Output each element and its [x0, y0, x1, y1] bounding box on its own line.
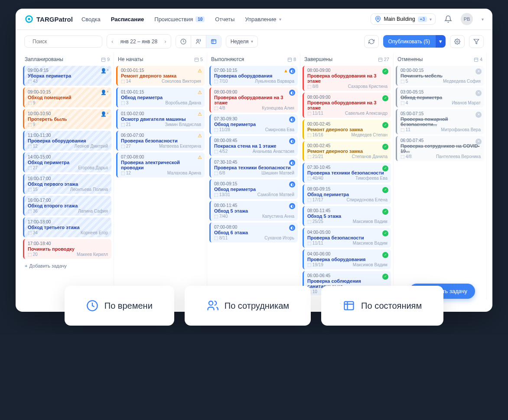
search-box[interactable]	[24, 36, 102, 48]
card-time: 11:00-11:30	[28, 133, 108, 138]
mode-card-time[interactable]: По времени	[65, 286, 174, 326]
task-card[interactable]: 07:00-08:00 Обход 6 этажа ⬚ 8/11 Суханов…	[209, 223, 298, 242]
task-card[interactable]: 07:30-09:30 Обход периметра ⬚ 11/28 Смир…	[209, 114, 298, 134]
nav-incidents[interactable]: Происшествия10	[154, 16, 205, 23]
check-icon: ✓	[382, 230, 388, 236]
period-selector[interactable]: Неделя ▾	[226, 36, 258, 48]
add-task-button[interactable]: +Добавить задачу	[23, 261, 111, 271]
card-title: Проверка оборудования на 3 этаже	[307, 100, 388, 110]
view-status-button[interactable]	[206, 36, 221, 48]
column-title: Не начаты	[118, 56, 143, 62]
task-card[interactable]: 08:00-09:00 Проверка оборудования на 3 э…	[303, 66, 391, 91]
card-time: 07:00-08:00	[121, 155, 201, 159]
add-task-label: Добавить задачу	[29, 263, 66, 268]
task-card[interactable]: 03:00-05:15 Обход периметра ⬚ 4 Иванов М…	[396, 87, 484, 107]
task-card[interactable]: 06:00-07:00 Проверка безопасности ⬚ 27 М…	[116, 131, 205, 151]
cancel-icon: ✕	[475, 139, 482, 145]
nav-schedule[interactable]: Расписание	[111, 16, 144, 23]
task-card[interactable]: 08:00-09:15 Обход периметра ⬚ 17/17 Спир…	[303, 184, 391, 204]
task-card[interactable]: 08:00-09:00 Проверка оборудования на 3 э…	[303, 93, 391, 118]
task-card[interactable]: 17:00-18:00 Обход третьего этажа ⬚ 34 Ко…	[23, 217, 111, 237]
svg-rect-15	[345, 302, 354, 310]
task-card[interactable]: 05:00-07:15 Проверка пожарной безопаснос…	[396, 109, 484, 134]
users-icon	[195, 39, 202, 45]
task-card[interactable]: 10:00-10:50 Протереть быль ⬚ 9 👤ˣ	[23, 109, 111, 129]
chevron-down-icon: ▾	[279, 17, 281, 22]
cycle-icon: ◐	[289, 90, 295, 96]
task-card[interactable]: 08:00-11:45 Обход 5 этажа ⬚ 25/25 Максим…	[303, 206, 391, 226]
nav-reports[interactable]: Отчеты	[215, 16, 234, 23]
card-assignee: Шишкин Матвей	[261, 171, 294, 175]
logo[interactable]: TARGPatrol	[24, 14, 73, 24]
task-card[interactable]: 16:00-17:00 Обход первого этажа ⬚ 15 Лео…	[23, 174, 111, 194]
refresh-button[interactable]	[364, 35, 379, 48]
task-card[interactable]: 08:00-09:00 Проверка оборудования на 3 э…	[209, 87, 298, 113]
card-assignee: Малахова Арина	[167, 171, 201, 175]
card-assignee: Леонов Дмитрий	[75, 144, 108, 149]
date-prev-button[interactable]: ‹	[108, 36, 117, 46]
task-card[interactable]: 07:30-10:45 Проверка техники безопасност…	[209, 158, 298, 178]
card-time: 07:30-10:45	[307, 165, 388, 170]
column-count: 4	[474, 57, 482, 62]
svg-rect-6	[211, 39, 216, 43]
chevron-down-icon[interactable]: ▾	[482, 17, 484, 22]
task-card[interactable]: 08:00-11:45 Обход 5 этажа ⬚ 7/40 Капусти…	[209, 201, 298, 221]
column-count: 9	[101, 57, 110, 62]
card-time: 17:00-18:00	[28, 220, 108, 224]
task-card[interactable]: 07:00-10:15 Проверка оборудования ⬚ 7/10…	[209, 66, 298, 86]
date-range: янв 22 – янв 28	[117, 39, 161, 45]
location-selector[interactable]: Main Building +3 ▾	[371, 13, 436, 25]
task-card[interactable]: 00:00-00:15 Починить мебель ⬚ 5 Медведев…	[396, 66, 484, 86]
task-card[interactable]: 04:00-05:00 Проверка безопасности ⬚ 11/1…	[303, 228, 391, 248]
filter-button[interactable]	[469, 35, 484, 48]
task-card[interactable]: 17:00-18:40 Починить проводку ⬚ 20 Макее…	[23, 239, 111, 259]
card-time: 06:00-07:00	[121, 133, 201, 138]
warning-icon: ⚠	[198, 90, 202, 95]
task-card[interactable]: 16:00-17:00 Обход второго этажа ⬚ 36 Лап…	[23, 196, 111, 216]
card-time: 09:00-9:15	[28, 68, 108, 73]
task-card[interactable]: 01:00-01:15 Обход периметра ⬚ 3 Воробьев…	[116, 87, 205, 107]
cards-container: 08:00-09:00 Проверка оборудования на 3 э…	[303, 66, 391, 295]
mode-card-status[interactable]: По состояниям	[321, 286, 443, 326]
view-people-button[interactable]	[191, 36, 206, 48]
task-card[interactable]: 14:00-15:00 Обход периметра ⬚ 27 Егорова…	[23, 152, 111, 172]
check-icon: ✓	[382, 144, 388, 150]
mode-card-people[interactable]: По сотрудникам	[185, 286, 311, 326]
card-assignee: Соколова Виктория	[162, 79, 201, 84]
task-card[interactable]: 07:00-08:00 Проверка электрической прово…	[116, 152, 205, 178]
nav-manage[interactable]: Управление ▾	[245, 16, 281, 23]
task-card[interactable]: 06:00-07:45 Проверка сотрудников на COVI…	[396, 136, 484, 161]
cycle-icon: ◐	[289, 225, 295, 231]
task-card[interactable]: 09:00-10:15 Обход помещений ⬚ 9 👤ˣ	[23, 87, 111, 107]
task-card[interactable]: 09:00-9:15 Уборка периметра ⬚ 43 👤ˣ	[23, 66, 111, 86]
card-status-icon: 👤ˣ	[101, 111, 109, 117]
view-time-button[interactable]	[176, 36, 191, 48]
search-input[interactable]	[33, 39, 98, 45]
card-title: Починить проводку	[28, 246, 108, 252]
date-next-button[interactable]: ›	[161, 36, 169, 46]
card-title: Проверка оборудования	[307, 257, 388, 262]
column-header: Завершены 27	[303, 53, 391, 66]
task-card[interactable]: 01:00-02:00 Осмотр двигателя машины ⬚ 21…	[116, 109, 205, 129]
task-card[interactable]: 00:00-02:45 Ремонт дверного замка ⬚ 21/2…	[303, 141, 391, 161]
bell-icon[interactable]	[444, 15, 452, 23]
task-card[interactable]: 04:00-06:00 Проверка оборудования ⬚ 19/1…	[303, 249, 391, 269]
clock-icon	[86, 300, 98, 312]
publish-button[interactable]: Опубликовать (5)	[383, 35, 435, 48]
task-card[interactable]: 11:00-11:30 Проверка оборудования ⬚ 12 Л…	[23, 131, 111, 151]
column-title: Выполняются	[211, 56, 244, 62]
task-card[interactable]: 08:00-09:15 Обход периметра ⬚ 13/31 Само…	[209, 179, 298, 199]
publish-dropdown-button[interactable]: ▾	[435, 35, 446, 48]
task-card[interactable]: 00:00-02:45 Ремонт дверного замка ⬚ 16/1…	[303, 120, 391, 139]
settings-button[interactable]	[450, 35, 465, 48]
card-title: Ремонт дверного замка	[121, 73, 201, 78]
card-progress: ⬚ 4/52	[214, 149, 228, 154]
card-status-icon: ✓	[382, 230, 388, 236]
task-card[interactable]: 08:00-09:45 Покраска стена на 1 этаже ⬚ …	[209, 136, 298, 156]
card-assignee: Егорова Дарья	[78, 165, 108, 170]
nav-summary[interactable]: Сводка	[81, 16, 101, 23]
task-card[interactable]: 07:30-10:45 Проверка техники безопасност…	[303, 163, 391, 183]
card-progress: ⬚ 16/16	[307, 132, 323, 137]
avatar[interactable]: PB	[461, 13, 473, 25]
task-card[interactable]: 00:00-01:15 Ремонт дверного замка ⬚ 14 С…	[116, 66, 205, 86]
